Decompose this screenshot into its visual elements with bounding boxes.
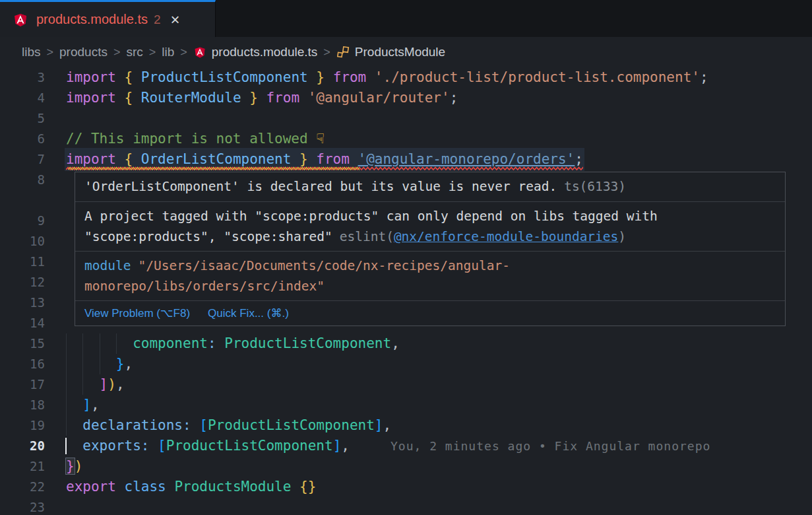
chevron-right-icon: > — [113, 46, 121, 59]
code-line-4[interactable]: 4import { RouterModule } from '@angular/… — [0, 88, 812, 108]
breadcrumb-item-file[interactable]: products.module.ts — [212, 45, 318, 59]
code-line-20[interactable]: 20 exports: [ProductListComponent],You, … — [0, 436, 812, 456]
line-number: 10 — [0, 231, 45, 252]
line-number: 12 — [0, 272, 45, 292]
hover-module-info: module"/Users/isaac/Documents/code/nx-re… — [75, 252, 785, 301]
code-text: import { RouterModule } from '@angular/r… — [66, 88, 458, 108]
code-text: // This import is not allowed ☟ — [66, 129, 325, 149]
line-number: 21 — [0, 456, 45, 477]
line-number: 22 — [0, 477, 45, 497]
line-number: 23 — [0, 497, 45, 515]
line-number: 4 — [0, 88, 45, 108]
code-text: ], — [66, 395, 100, 415]
breadcrumb-item-symbol[interactable]: ProductsModule — [355, 45, 445, 59]
line-number: 15 — [0, 333, 45, 354]
view-problem-link[interactable]: View Problem (⌥F8) — [84, 306, 190, 320]
code-text: export class ProductsModule {} — [66, 477, 316, 497]
hover-eslint-diagnostic: A project tagged with "scope:products" c… — [75, 202, 785, 252]
close-icon[interactable]: × — [171, 12, 180, 28]
line-number: 11 — [0, 252, 45, 272]
code-text: import { ProductListComponent } from './… — [66, 67, 708, 88]
module-path-line2: monorepo/libs/orders/src/index" — [84, 276, 776, 296]
line-number: 9 — [0, 211, 45, 231]
code-line-3[interactable]: 3import { ProductListComponent } from '.… — [0, 67, 812, 88]
line-number: 19 — [0, 415, 45, 436]
chevron-right-icon: > — [149, 46, 156, 59]
class-symbol-icon — [336, 46, 350, 61]
code-text: import { OrderListComponent } from '@ang… — [66, 149, 583, 170]
line-number: 8 — [0, 170, 45, 190]
chevron-right-icon: > — [180, 46, 187, 59]
code-text: }) — [66, 456, 82, 477]
line-number: 14 — [0, 313, 45, 333]
line-number: 5 — [0, 108, 45, 129]
code-line-17[interactable]: 17 ]), — [0, 374, 812, 395]
chevron-right-icon: > — [323, 46, 330, 59]
code-line-6[interactable]: 6// This import is not allowed ☟ — [0, 129, 812, 149]
code-line-16[interactable]: 16 }, — [0, 354, 812, 374]
line-number: 16 — [0, 354, 45, 374]
code-line-21[interactable]: 21}) — [0, 456, 812, 477]
code-line-18[interactable]: 18 ], — [0, 395, 812, 415]
ts-diagnostic-code: ts(6133) — [564, 179, 626, 194]
angular-icon — [193, 46, 206, 61]
tab-title: products.module.ts — [36, 12, 148, 27]
code-line-15[interactable]: 15 component: ProductListComponent, — [0, 333, 812, 354]
code-line-7[interactable]: 7import { OrderListComponent } from '@an… — [0, 149, 812, 170]
code-text: exports: [ProductListComponent], — [66, 436, 350, 456]
line-number: 18 — [0, 395, 45, 415]
code-line-22[interactable]: 22export class ProductsModule {} — [0, 477, 812, 497]
git-blame-annotation: You, 2 minutes ago • Fix Angular monorep… — [390, 436, 710, 456]
eslint-rule-link[interactable]: @nx/enforce-module-boundaries — [394, 229, 618, 244]
eslint-message-line2: "scope:products", "scope:shared"eslint(@… — [84, 226, 776, 247]
breadcrumb-item-lib[interactable]: lib — [162, 45, 174, 59]
quick-fix-link[interactable]: Quick Fix... (⌘.) — [208, 306, 289, 320]
angular-icon — [13, 12, 28, 28]
breadcrumb-item-products[interactable]: products — [59, 45, 108, 59]
hover-tooltip: 'OrderListComponent' is declared but its… — [75, 172, 786, 326]
eslint-message-line1: A project tagged with "scope:products" c… — [84, 206, 776, 226]
code-line-19[interactable]: 19 declarations: [ProductListComponent], — [0, 415, 812, 436]
breadcrumb: libs > products > src > lib > products.m… — [0, 37, 812, 67]
line-number: 13 — [0, 292, 45, 313]
breadcrumb-item-libs[interactable]: libs — [22, 45, 41, 59]
code-line-23[interactable]: 23 — [0, 497, 812, 515]
hover-action-bar: View Problem (⌥F8) Quick Fix... (⌘.) — [75, 301, 785, 326]
tab-problem-count: 2 — [154, 13, 161, 27]
code-text: component: ProductListComponent, — [66, 333, 400, 354]
line-number: 17 — [0, 374, 45, 395]
line-number: 3 — [0, 67, 45, 88]
hover-ts-diagnostic: 'OrderListComponent' is declared but its… — [75, 172, 785, 202]
chevron-right-icon: > — [47, 46, 54, 59]
line-number: 6 — [0, 129, 45, 149]
code-text: }, — [66, 354, 133, 374]
vscode-window: products.module.ts 2 × libs > products >… — [0, 0, 812, 515]
ts-diagnostic-message: 'OrderListComponent' is declared but its… — [84, 179, 557, 194]
tab-products-module[interactable]: products.module.ts 2 × — [0, 0, 216, 37]
module-path-line1: module"/Users/isaac/Documents/code/nx-re… — [84, 256, 776, 276]
code-text: declarations: [ProductListComponent], — [66, 415, 391, 436]
text-cursor — [65, 438, 67, 454]
breadcrumb-item-src[interactable]: src — [126, 45, 142, 59]
tab-bar: products.module.ts 2 × — [0, 0, 812, 37]
line-number: 20 — [0, 436, 45, 456]
code-text: ]), — [66, 374, 125, 395]
line-number: 7 — [0, 149, 45, 170]
code-line-5[interactable]: 5 — [0, 108, 812, 129]
